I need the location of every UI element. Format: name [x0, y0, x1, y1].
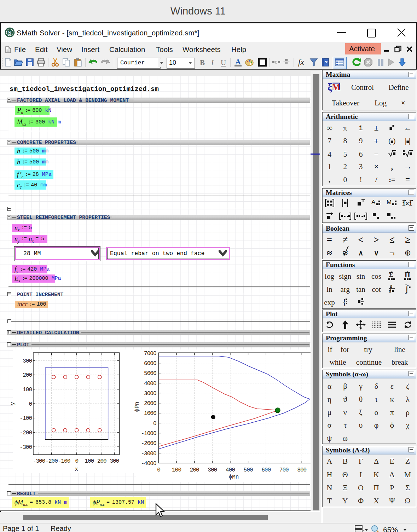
svg-text:?: ?	[324, 59, 328, 65]
svg-text:-200: -200	[45, 458, 58, 464]
svg-text:7000: 7000	[144, 351, 156, 357]
svg-text:-4000: -4000	[141, 461, 156, 467]
svg-text:2000: 2000	[144, 400, 156, 407]
svg-text:300: 300	[208, 467, 217, 473]
svg-text:A: A	[371, 199, 376, 206]
svg-text:A: A	[235, 58, 241, 66]
svg-text:200: 200	[190, 467, 199, 473]
svg-text:600: 600	[261, 467, 271, 473]
svg-text:300: 300	[110, 458, 119, 464]
svg-text:200: 200	[23, 372, 32, 378]
svg-text:200: 200	[97, 458, 106, 464]
svg-text:ϕPn: ϕPn	[134, 402, 140, 412]
svg-text:-200: -200	[20, 430, 32, 436]
svg-text:-100: -100	[20, 415, 32, 422]
svg-text:4000: 4000	[144, 381, 156, 387]
svg-text:M: M	[387, 199, 392, 206]
svg-text:6000: 6000	[144, 360, 156, 367]
svg-text:5000: 5000	[144, 370, 156, 377]
svg-text:800: 800	[297, 467, 306, 473]
svg-text:x: x	[75, 466, 78, 473]
svg-text:d: d	[389, 289, 391, 293]
svg-text:0: 0	[75, 458, 78, 464]
svg-text:-300: -300	[33, 458, 45, 464]
svg-text:-1000: -1000	[141, 430, 156, 437]
svg-text:Σ: Σ	[389, 271, 393, 279]
svg-text:100: 100	[85, 458, 94, 464]
svg-text:-2000: -2000	[141, 440, 156, 447]
svg-text:-300: -300	[20, 444, 32, 451]
svg-text:300: 300	[23, 358, 32, 364]
svg-text:i×i: i×i	[402, 201, 412, 207]
svg-text:-3000: -3000	[141, 451, 156, 457]
svg-text:ϕMn: ϕMn	[229, 474, 239, 480]
svg-text:400: 400	[226, 467, 235, 473]
svg-text:0: 0	[157, 467, 160, 473]
svg-text:S: S	[8, 29, 11, 36]
svg-text:-100: -100	[58, 458, 70, 464]
svg-text:100: 100	[23, 387, 32, 393]
svg-text:700: 700	[279, 467, 289, 473]
svg-text:500: 500	[244, 467, 253, 473]
svg-text:0: 0	[29, 401, 32, 407]
svg-text:3000: 3000	[144, 391, 156, 397]
svg-text:1000: 1000	[144, 410, 156, 417]
svg-text:d: d	[390, 284, 392, 289]
svg-text:100: 100	[172, 467, 181, 473]
svg-text:0: 0	[153, 421, 156, 427]
svg-text:y: y	[10, 402, 16, 405]
